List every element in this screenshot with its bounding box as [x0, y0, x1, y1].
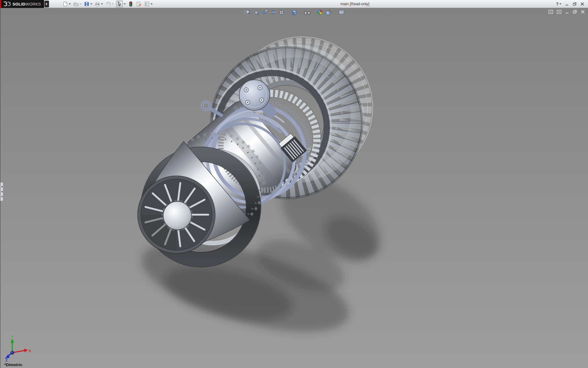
new-document-dropdown[interactable]: [69, 3, 71, 5]
zoom-to-area-button[interactable]: [252, 9, 259, 16]
solidworks-logo[interactable]: SOLIDWORKS: [0, 0, 44, 8]
undo-icon: [105, 1, 111, 7]
minimize-icon: [565, 2, 569, 6]
print-button[interactable]: [94, 1, 104, 7]
hide-show-items-glasses-icon: [303, 9, 311, 16]
hide-show-items-button[interactable]: [303, 9, 311, 16]
display-style-icon: [291, 9, 298, 16]
collapse-panel-button[interactable]: [548, 10, 553, 14]
new-document-button[interactable]: [62, 1, 71, 7]
open-folder-icon: [73, 1, 79, 7]
print-dropdown[interactable]: [101, 3, 103, 5]
close-icon: [580, 2, 584, 6]
triad-y-label: Y: [11, 335, 13, 339]
save-floppy-icon: [84, 1, 89, 7]
menu-expand-button[interactable]: [44, 1, 49, 7]
model-viewport[interactable]: Y X Z *Dimetric: [0, 8, 588, 368]
options-dropdown[interactable]: [151, 3, 153, 5]
brand-light: WORKS: [25, 2, 41, 6]
triad-z-label: Z: [6, 358, 8, 362]
select-dropdown[interactable]: [124, 3, 126, 5]
reference-triad: Y X Z: [2, 335, 32, 362]
feature-manager-collapsed-tab[interactable]: [0, 182, 3, 201]
previous-view-icon: [261, 9, 268, 16]
zoom-to-fit-button[interactable]: [243, 9, 251, 16]
help-button[interactable]: ?: [556, 2, 561, 6]
select-cursor-icon: [117, 1, 122, 7]
file-properties-button[interactable]: [135, 1, 142, 7]
display-style-button[interactable]: [291, 9, 298, 16]
restore-icon: [573, 2, 577, 6]
document-title: main [Read-only]: [154, 2, 556, 6]
triad-x-label: X: [29, 349, 31, 353]
save-button[interactable]: [83, 1, 93, 7]
document-window-controls: [548, 10, 585, 14]
headsup-view-toolbar: [243, 9, 346, 16]
tab-arrow-icon: [1, 191, 2, 193]
view-orientation-label: *Dimetric: [4, 362, 22, 367]
undo-dropdown[interactable]: [112, 3, 114, 5]
apply-scene-icon: [325, 9, 332, 16]
view-settings-icon: [338, 9, 345, 16]
app-minimize-button[interactable]: [565, 2, 569, 6]
expand-panel-icon: [557, 10, 561, 14]
apply-scene-button[interactable]: [325, 9, 332, 16]
previous-view-button[interactable]: [261, 9, 268, 16]
doc-minimize-button[interactable]: [565, 10, 569, 14]
file-properties-icon: [136, 1, 142, 7]
app-close-button[interactable]: [580, 2, 584, 6]
options-checklist-icon: [144, 1, 150, 7]
expand-panel-button[interactable]: [557, 10, 561, 14]
main-toolbar: [61, 1, 154, 7]
view-orientation-icon: [278, 9, 285, 16]
exhaust-opening: [138, 176, 215, 254]
print-icon: [95, 1, 100, 7]
new-document-icon: [62, 1, 68, 7]
brand-bold: SOLID: [13, 2, 25, 6]
save-dropdown[interactable]: [90, 3, 92, 5]
doc-close-button[interactable]: [581, 10, 585, 14]
section-view-button[interactable]: [269, 9, 277, 16]
edit-appearance-ball-icon: [317, 9, 323, 16]
section-view-icon: [270, 9, 276, 16]
shaft-hub: [163, 201, 191, 230]
view-orientation-button[interactable]: [278, 9, 285, 16]
doc-restore-button[interactable]: [573, 10, 577, 14]
tab-arrow-icon: [1, 186, 2, 188]
select-button[interactable]: [115, 1, 126, 7]
solidworks-logo-icon: [3, 1, 11, 6]
edit-appearance-button[interactable]: [316, 9, 324, 16]
app-restore-button[interactable]: [572, 2, 577, 6]
doc-restore-icon: [573, 10, 577, 14]
undo-button[interactable]: [105, 1, 114, 7]
options-button[interactable]: [144, 1, 153, 7]
collapse-panel-icon: [548, 10, 553, 14]
jet-engine-model: [0, 8, 588, 368]
help-dropdown[interactable]: [560, 3, 561, 5]
open-dropdown[interactable]: [80, 3, 81, 5]
title-bar: SOLIDWORKS: [0, 0, 588, 8]
doc-close-icon: [581, 10, 585, 14]
doc-minimize-icon: [565, 10, 569, 14]
tab-arrow-icon: [1, 196, 2, 197]
open-button[interactable]: [73, 1, 82, 7]
view-settings-button[interactable]: [338, 9, 345, 16]
zoom-to-area-icon: [252, 9, 259, 16]
menu-expand-arrow-icon: [46, 3, 47, 5]
zoom-to-fit-icon: [244, 9, 251, 16]
rebuild-traffic-light-icon: [128, 1, 134, 7]
rebuild-button[interactable]: [127, 1, 134, 7]
help-icon: ?: [556, 2, 559, 6]
window-controls: ?: [556, 2, 588, 6]
